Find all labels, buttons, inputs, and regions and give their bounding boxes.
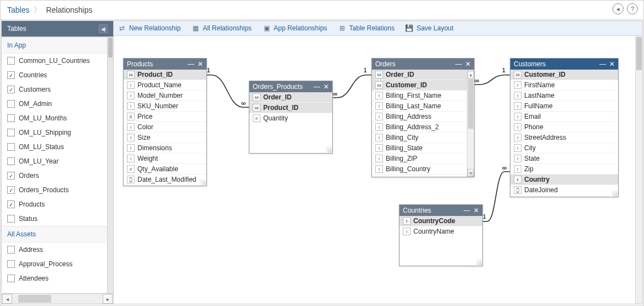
minimize-icon[interactable]: — (464, 207, 470, 214)
field-row[interactable]: tBilling_First_Name (372, 91, 474, 101)
field-row[interactable]: tFirstName (510, 80, 618, 91)
sidebar-group[interactable]: In App (2, 37, 107, 54)
checkbox-icon[interactable] (7, 275, 15, 282)
field-row[interactable]: tBilling_ZIP (372, 154, 474, 164)
field-row[interactable]: tFullName (510, 101, 618, 112)
minimize-icon[interactable]: — (313, 83, 320, 91)
checkbox-icon[interactable] (7, 143, 15, 151)
sidebar-item[interactable]: Products (2, 197, 107, 212)
sidebar-item[interactable]: Attendees (2, 271, 107, 286)
sidebar-item[interactable]: Customers (2, 82, 107, 97)
field-row[interactable]: tBilling_City (372, 133, 474, 143)
sidebar-item[interactable]: OM_LU_Shipping (2, 125, 107, 140)
table-products[interactable]: Products—✕idProduct_IDtProduct_NametMode… (123, 58, 207, 186)
sidebar-item[interactable]: Common_LU_Countries (2, 54, 107, 68)
close-icon[interactable]: ✕ (198, 60, 203, 68)
sidebar-item[interactable]: Orders (2, 168, 107, 183)
checkbox-icon[interactable] (7, 215, 15, 223)
field-row[interactable]: tEmail (510, 112, 618, 122)
field-row[interactable]: tStreetAddress (510, 133, 618, 143)
checkbox-icon[interactable] (7, 186, 15, 194)
save-layout-button[interactable]: 💾 Save Layout (406, 24, 454, 32)
relationship-canvas[interactable]: Products—✕idProduct_IDtProduct_NametMode… (114, 36, 642, 304)
table-orders[interactable]: Orders—✕idOrder_IDidCustomer_IDtBilling_… (371, 58, 475, 177)
help-icon[interactable]: ? (627, 3, 638, 14)
field-row[interactable]: idOrder_ID (372, 70, 474, 80)
close-icon[interactable]: ✕ (473, 207, 479, 214)
field-row[interactable]: idCustomer_ID (372, 80, 474, 91)
resize-handle[interactable] (476, 260, 482, 265)
table-header[interactable]: Products—✕ (124, 59, 206, 70)
table-customers[interactable]: Customers—✕idCustomer_IDtFirstNametLastN… (510, 58, 619, 197)
checkbox-icon[interactable] (7, 86, 15, 93)
minimize-icon[interactable]: — (188, 60, 194, 68)
table-header[interactable]: Orders_Products—✕ (249, 81, 332, 92)
table-header[interactable]: Countries—✕ (400, 205, 482, 216)
table-relations-button[interactable]: ⊞ Table Relations (338, 24, 395, 32)
field-row[interactable]: tCountryCode (400, 216, 482, 226)
minimize-icon[interactable]: — (599, 60, 606, 68)
app-relationships-button[interactable]: ▣ App Relationships (263, 24, 327, 32)
table-header[interactable]: Orders—✕ (372, 59, 474, 70)
sidebar-item[interactable]: OM_LU_Year (2, 154, 107, 168)
field-row[interactable]: tColor (124, 122, 206, 133)
scrollbar-vertical[interactable] (107, 37, 113, 293)
field-row[interactable]: tWeight (124, 154, 206, 164)
resize-handle[interactable] (612, 191, 618, 196)
sidebar-item[interactable]: Address (2, 242, 107, 257)
checkbox-icon[interactable] (7, 57, 15, 65)
table-orders_products[interactable]: Orders_Products—✕idOrder_IDidProduct_ID#… (249, 81, 333, 154)
checkbox-icon[interactable] (7, 114, 15, 122)
field-row[interactable]: tCountryName (400, 226, 482, 236)
field-row[interactable]: tSize (124, 133, 206, 143)
scrollbar-horizontal[interactable]: ◂ ▸ (2, 293, 113, 304)
sidebar-item[interactable]: Approval_Process (2, 257, 107, 271)
checkbox-icon[interactable] (7, 246, 15, 254)
field-row[interactable]: tCountry (510, 175, 618, 185)
field-row[interactable]: tPhone (510, 122, 618, 133)
checkbox-icon[interactable] (7, 71, 15, 79)
field-row[interactable]: tDimensions (124, 143, 206, 154)
field-row[interactable]: ⌚DateJoined (510, 185, 618, 195)
sidebar-item[interactable]: Orders_Products (2, 183, 107, 197)
sidebar-item[interactable]: OM_LU_Status (2, 140, 107, 154)
sidebar-item[interactable]: Countries (2, 68, 107, 82)
resize-handle[interactable] (326, 147, 332, 152)
resize-handle[interactable] (200, 180, 206, 185)
close-icon[interactable]: ✕ (465, 60, 471, 68)
field-row[interactable]: tProduct_Name (124, 80, 206, 91)
field-row[interactable]: tCity (510, 143, 618, 154)
collapse-icon[interactable]: ◀ (99, 24, 108, 33)
table-countries[interactable]: Countries—✕tCountryCodetCountryName (399, 204, 483, 266)
sidebar-item[interactable]: OM_LU_Months (2, 111, 107, 125)
field-row[interactable]: tBilling_Address (372, 112, 474, 122)
field-row[interactable]: idProduct_ID (249, 103, 332, 113)
canvas-scrollbar-vertical[interactable] (635, 36, 642, 304)
field-row[interactable]: tLastName (510, 91, 618, 101)
new-relationship-button[interactable]: ⇄ New Relationship (118, 24, 180, 32)
field-row[interactable]: tState (510, 154, 618, 164)
announce-icon[interactable]: ◂ (613, 3, 624, 14)
field-row[interactable]: tBilling_Phone (372, 175, 474, 176)
sidebar-item[interactable]: Status (2, 212, 107, 226)
field-row[interactable]: tSKU_Number (124, 101, 206, 112)
all-relationships-button[interactable]: ▦ All Relationships (191, 24, 252, 32)
checkbox-icon[interactable] (7, 157, 15, 165)
field-row[interactable]: tBilling_Last_Name (372, 101, 474, 112)
checkbox-icon[interactable] (7, 100, 15, 108)
field-row[interactable]: #Qty_Available (124, 164, 206, 175)
sidebar-item[interactable]: OM_Admin (2, 97, 107, 111)
field-row[interactable]: tBilling_State (372, 143, 474, 154)
field-row[interactable]: idCustomer_ID (510, 70, 618, 80)
field-row[interactable]: tZip (510, 164, 618, 175)
field-row[interactable]: ⌚Date_Last_Modified (124, 175, 206, 184)
resize-handle[interactable] (468, 171, 473, 176)
field-row[interactable]: #Quantity (249, 113, 332, 123)
field-row[interactable]: tBilling_Address_2 (372, 122, 474, 133)
table-scrollbar[interactable]: ▴▾ (467, 71, 474, 177)
close-icon[interactable]: ✕ (323, 83, 329, 91)
sidebar-group[interactable]: All Assets (2, 226, 107, 242)
field-row[interactable]: tBilling_Country (372, 164, 474, 175)
close-icon[interactable]: ✕ (609, 60, 615, 68)
field-row[interactable]: idOrder_ID (249, 92, 332, 103)
